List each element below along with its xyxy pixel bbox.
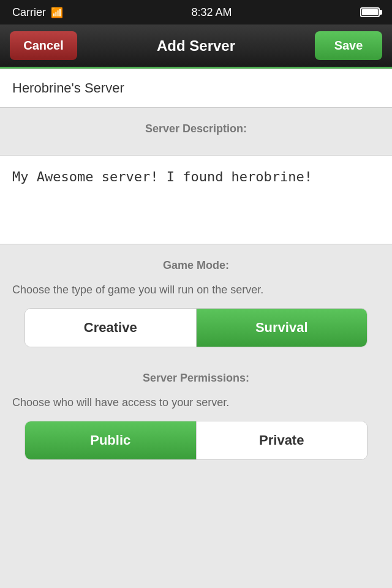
survival-button[interactable]: Survival (197, 309, 368, 347)
server-description-label: Server Description: (12, 123, 380, 135)
status-bar: Carrier 📶 8:32 AM (0, 0, 392, 24)
time-display: 8:32 AM (191, 6, 232, 19)
save-button[interactable]: Save (315, 31, 382, 60)
permissions-toggle: Public Private (24, 421, 368, 460)
public-button[interactable]: Public (25, 421, 197, 459)
server-permissions-section: Server Permissions: Choose who will have… (0, 357, 392, 470)
wifi-icon: 📶 (51, 7, 63, 18)
nav-bar: Cancel Add Server Save (0, 24, 392, 69)
content-area: Server Description: My Awesome server! I… (0, 69, 392, 588)
server-description-section: Server Description: (0, 108, 392, 155)
server-description-input[interactable]: My Awesome server! I found herobrine! (0, 156, 392, 241)
server-name-input[interactable] (0, 69, 392, 107)
server-permissions-label: Server Permissions: (12, 372, 380, 385)
page-title: Add Server (77, 37, 315, 55)
creative-button[interactable]: Creative (25, 309, 197, 347)
server-name-container (0, 69, 392, 108)
carrier-label: Carrier (12, 6, 46, 19)
battery-icon (360, 7, 380, 17)
game-mode-section: Game Mode: Choose the type of game you w… (0, 244, 392, 357)
game-mode-toggle: Creative Survival (24, 308, 368, 347)
description-container: My Awesome server! I found herobrine! (0, 155, 392, 244)
game-mode-description: Choose the type of game you will run on … (12, 282, 380, 298)
game-mode-label: Game Mode: (12, 259, 380, 272)
cancel-button[interactable]: Cancel (10, 31, 77, 60)
carrier-info: Carrier 📶 (12, 6, 63, 19)
server-permissions-description: Choose who will have access to your serv… (12, 394, 380, 411)
private-button[interactable]: Private (197, 421, 368, 459)
